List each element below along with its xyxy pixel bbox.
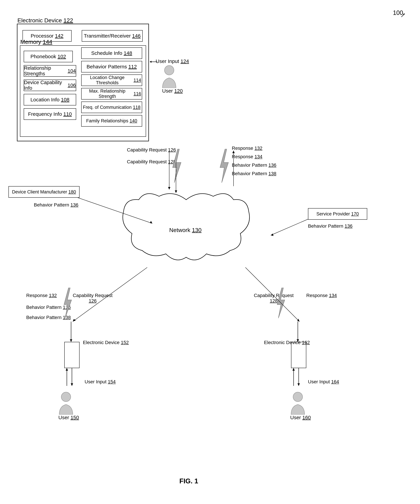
svg-marker-12 bbox=[297, 339, 299, 342]
svg-marker-34 bbox=[297, 319, 300, 322]
svg-marker-20 bbox=[292, 368, 295, 371]
svg-marker-24 bbox=[175, 190, 177, 193]
user-160-label: User 160 bbox=[290, 415, 311, 420]
svg-marker-16 bbox=[66, 368, 68, 371]
svg-marker-22 bbox=[168, 187, 170, 190]
fig-label: FIG. 1 bbox=[179, 477, 198, 485]
svg-marker-28 bbox=[150, 221, 152, 223]
svg-marker-32 bbox=[73, 319, 76, 322]
user-160-avatar bbox=[288, 391, 308, 415]
user-150-label: User 150 bbox=[58, 415, 79, 420]
svg-marker-10 bbox=[70, 339, 72, 342]
svg-line-31 bbox=[73, 267, 147, 322]
svg-line-27 bbox=[78, 198, 152, 223]
svg-marker-26 bbox=[232, 151, 235, 153]
svg-marker-14 bbox=[71, 383, 73, 386]
user-input-154: User Input 154 bbox=[85, 379, 116, 384]
svg-marker-30 bbox=[271, 234, 273, 236]
user-input-164: User Input 164 bbox=[308, 379, 339, 384]
svg-point-36 bbox=[293, 392, 303, 402]
svg-line-29 bbox=[271, 219, 308, 235]
svg-marker-18 bbox=[298, 383, 300, 386]
svg-point-35 bbox=[61, 392, 71, 402]
svg-line-33 bbox=[245, 267, 300, 322]
user-150-avatar bbox=[56, 391, 76, 415]
connection-arrows bbox=[0, 0, 420, 504]
